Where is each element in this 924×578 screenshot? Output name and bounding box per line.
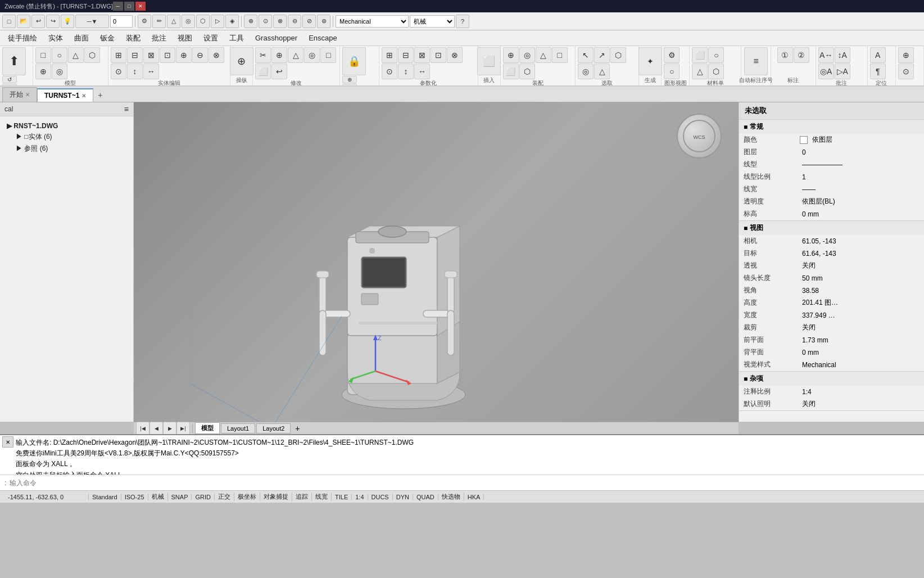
menu-tools[interactable]: 工具 <box>224 31 250 46</box>
layout-add-btn[interactable]: + <box>292 423 303 434</box>
close-button[interactable]: ✕ <box>135 2 146 11</box>
assembly-btn3[interactable]: △ <box>536 47 551 63</box>
scroll-prev-btn[interactable]: ◀ <box>150 422 163 435</box>
menu-grasshopper[interactable]: Grasshopper <box>250 31 303 44</box>
modify-btn6[interactable]: ⬜ <box>255 64 271 79</box>
tree-root[interactable]: ▶ RNST~1.DWG <box>4 121 129 131</box>
solidEdit-btn6[interactable]: ⊖ <box>192 47 208 63</box>
status-osnap[interactable]: 对象捕捉 <box>260 493 292 501</box>
dimension-btn4[interactable]: ▷A <box>835 64 850 79</box>
assembly-btn1[interactable]: ⊕ <box>503 47 519 63</box>
draw-btn5[interactable]: ⬡ <box>196 15 210 28</box>
param-btn5[interactable]: ⊗ <box>447 47 463 63</box>
assembly-btn4[interactable]: □ <box>552 47 568 63</box>
modify-btn5[interactable]: □ <box>320 47 336 63</box>
model-btn3[interactable]: △ <box>68 47 84 63</box>
menu-settings[interactable]: 设置 <box>198 31 224 46</box>
extrude-btn[interactable]: ⬆ <box>2 47 26 75</box>
view-type-btn2[interactable]: ○ <box>708 47 724 63</box>
solidEdit-btn8[interactable]: ⊙ <box>111 64 126 79</box>
layer-btn[interactable]: 💡 <box>61 15 74 28</box>
status-ortho[interactable]: 正交 <box>215 493 234 501</box>
draw-btn2[interactable]: ✏ <box>152 15 166 28</box>
status-polar[interactable]: 极坐标 <box>234 493 260 501</box>
annotation-btn1[interactable]: A <box>870 47 886 63</box>
layout-tab-layout2[interactable]: Layout2 <box>256 423 291 434</box>
solidEdit-btn5[interactable]: ⊕ <box>176 47 192 63</box>
scroll-first-btn[interactable]: |◀ <box>136 422 150 435</box>
undo-btn[interactable]: ↩ <box>31 15 45 28</box>
view-type-btn4[interactable]: ⬡ <box>708 64 724 79</box>
solidEdit-btn4[interactable]: ⊡ <box>160 47 175 63</box>
help-btn[interactable]: ? <box>456 15 469 28</box>
modify-btn2[interactable]: ⊕ <box>271 47 287 63</box>
model-btn2[interactable]: ○ <box>52 47 67 63</box>
file-open-btn[interactable]: 📂 <box>17 15 30 28</box>
auto-param-btn[interactable]: 🔒 <box>342 47 366 75</box>
param-btn7[interactable]: ↕ <box>398 64 414 79</box>
status-mechanical[interactable]: 机械 <box>148 493 168 501</box>
solidEdit-btn1[interactable]: ⊞ <box>111 47 126 63</box>
model-btn5[interactable]: ⊕ <box>35 64 51 79</box>
menu-enscape[interactable]: Enscape <box>303 31 343 44</box>
menu-assembly[interactable]: 装配 <box>120 31 146 46</box>
snap-btn5[interactable]: ⊘ <box>302 15 316 28</box>
snap-btn1[interactable]: ⊕ <box>244 15 257 28</box>
jiexie-select[interactable]: 机械 <box>410 15 455 28</box>
status-hka[interactable]: HKA <box>464 494 484 500</box>
section-plane-btn[interactable]: ✦ <box>638 47 662 75</box>
prop-section-general-header[interactable]: ■ 常规 <box>739 120 924 134</box>
snap-btn4[interactable]: ⊖ <box>288 15 301 28</box>
layer-dropdown[interactable]: ─▼ <box>75 15 109 28</box>
param-btn2[interactable]: ⊟ <box>398 47 414 63</box>
tree-item-solid[interactable]: ▶ □实体 (6) <box>4 131 129 143</box>
status-standard[interactable]: Standard <box>89 494 121 500</box>
draw-btn1[interactable]: ⚙ <box>138 15 151 28</box>
minimize-button[interactable]: ─ <box>113 2 123 11</box>
nav-cube[interactable]: WCS <box>677 114 722 159</box>
command-input[interactable] <box>10 479 920 487</box>
status-snap[interactable]: SNAP <box>168 494 192 500</box>
status-dyn[interactable]: DYN <box>393 494 413 500</box>
select-btn2[interactable]: ↗ <box>594 47 610 63</box>
menu-sketch[interactable]: 徒手描绘 <box>2 31 43 46</box>
auto-param-btn2[interactable]: ⊕ <box>342 76 357 83</box>
menu-surface[interactable]: 曲面 <box>69 31 94 46</box>
generate-btn2[interactable]: ○ <box>664 64 680 79</box>
prop-section-misc-header[interactable]: ■ 杂项 <box>739 372 924 386</box>
status-ducs[interactable]: DUCS <box>368 494 393 500</box>
status-scale[interactable]: 1:4 <box>352 494 368 500</box>
assembly-btn6[interactable]: ⬡ <box>519 64 535 79</box>
redo-btn[interactable]: ↪ <box>46 15 60 28</box>
view-type-btn3[interactable]: △ <box>692 64 708 79</box>
generate-btn1[interactable]: ⚙ <box>664 47 680 63</box>
nav-cube-circle[interactable]: WCS <box>677 114 722 159</box>
dimension-btn3[interactable]: ◎A <box>818 64 834 79</box>
locate-btn1[interactable]: ⊕ <box>898 47 914 63</box>
manipulate-btn[interactable]: ⊕ <box>230 47 253 75</box>
locate-btn2[interactable]: ⊙ <box>898 64 914 79</box>
scroll-last-btn[interactable]: ▶| <box>176 422 190 435</box>
status-iso[interactable]: ISO-25 <box>121 494 148 500</box>
auto-balloon-btn2[interactable]: ② <box>794 47 809 63</box>
assembly-btn2[interactable]: ◎ <box>519 47 535 63</box>
modify-btn3[interactable]: △ <box>288 47 304 63</box>
param-btn8[interactable]: ↔ <box>414 64 430 79</box>
tab-drawing[interactable]: TURNST~1 ✕ <box>37 88 93 102</box>
maximize-button[interactable]: □ <box>124 2 134 11</box>
status-lineweight[interactable]: 线宽 <box>312 493 332 501</box>
snap-btn2[interactable]: ⊙ <box>259 15 272 28</box>
status-quickselect[interactable]: 快选物 <box>438 493 464 501</box>
param-btn6[interactable]: ⊙ <box>382 64 397 79</box>
tree-item-ref[interactable]: ▶ 参照 (6) <box>4 143 129 155</box>
modify-btn4[interactable]: ◎ <box>304 47 320 63</box>
status-tracking[interactable]: 追踪 <box>292 493 312 501</box>
modify-btn7[interactable]: ↩ <box>271 64 287 79</box>
tab-drawing-close[interactable]: ✕ <box>81 93 86 99</box>
tab-start[interactable]: 开始 ✕ <box>2 87 37 102</box>
draw-btn4[interactable]: ◎ <box>182 15 195 28</box>
menu-solid[interactable]: 实体 <box>43 31 69 46</box>
revolve-btn[interactable]: ↺ <box>2 76 17 83</box>
dimension-btn2[interactable]: ↕A <box>835 47 850 63</box>
tab-start-close[interactable]: ✕ <box>25 92 30 98</box>
